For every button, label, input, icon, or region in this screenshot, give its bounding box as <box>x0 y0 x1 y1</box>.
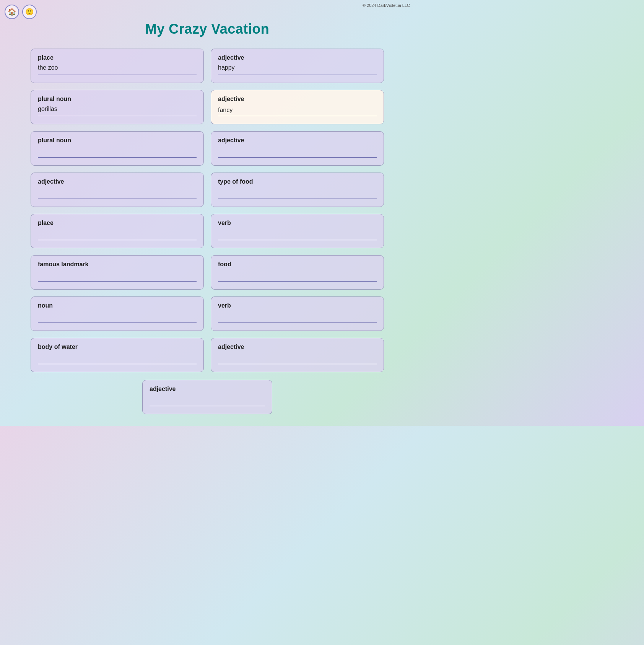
card-value: gorillas <box>38 106 197 116</box>
card-value <box>150 396 265 406</box>
page-title: My Crazy Vacation <box>0 0 415 45</box>
cards-grid: place the zoo adjective happy plural nou… <box>0 45 415 380</box>
card-label: adjective <box>218 344 377 350</box>
card-label: famous landmark <box>38 261 197 268</box>
card-label: adjective <box>218 54 377 61</box>
card-body-of-water: body of water <box>31 338 204 372</box>
card-label: adjective <box>218 137 377 144</box>
card-label: adjective <box>218 96 377 103</box>
card-value <box>218 353 377 364</box>
card-label: food <box>218 261 377 268</box>
card-label: place <box>38 220 197 226</box>
card-verb-2: verb <box>211 296 384 331</box>
card-label: adjective <box>38 178 197 185</box>
card-type-of-food: type of food <box>211 173 384 207</box>
card-value: happy <box>218 64 377 75</box>
card-value <box>218 188 377 199</box>
card-label: place <box>38 54 197 61</box>
card-label: verb <box>218 220 377 226</box>
card-label: noun <box>38 302 197 309</box>
card-label: body of water <box>38 344 197 350</box>
smiley-button[interactable]: 🙂 <box>22 5 37 19</box>
card-adjective-3: adjective <box>211 131 384 166</box>
card-adjective-4: adjective <box>31 173 204 207</box>
bottom-center-card-container: adjective <box>0 380 415 426</box>
card-value <box>38 188 197 199</box>
card-value <box>38 271 197 282</box>
card-value <box>38 230 197 240</box>
copyright: © 2024 DarkViolet.ai LLC <box>363 3 410 8</box>
card-value <box>38 353 197 364</box>
card-food-1: food <box>211 255 384 290</box>
card-value <box>218 147 377 158</box>
card-value <box>218 230 377 240</box>
card-plural-noun-2: plural noun <box>31 131 204 166</box>
card-place-2: place <box>31 214 204 248</box>
card-verb-1: verb <box>211 214 384 248</box>
card-label: plural noun <box>38 96 197 103</box>
card-place-1: place the zoo <box>31 49 204 83</box>
card-label: plural noun <box>38 137 197 144</box>
card-value <box>38 147 197 158</box>
card-value: the zoo <box>38 64 197 75</box>
card-value <box>218 312 377 323</box>
home-button[interactable]: 🏠 <box>5 5 19 19</box>
card-adjective-2: adjective <box>211 90 384 124</box>
card-label: adjective <box>150 386 265 393</box>
card-value <box>218 271 377 282</box>
card-adjective-5: adjective <box>211 338 384 372</box>
home-icon: 🏠 <box>8 8 16 16</box>
top-icons: 🏠 🙂 <box>5 5 37 19</box>
card-value <box>38 312 197 323</box>
smiley-icon: 🙂 <box>25 8 34 16</box>
card-adjective-bottom: adjective <box>142 380 272 414</box>
card-label: type of food <box>218 178 377 185</box>
card-label: verb <box>218 302 377 309</box>
card-adjective-1: adjective happy <box>211 49 384 83</box>
card-famous-landmark: famous landmark <box>31 255 204 290</box>
card-plural-noun-1: plural noun gorillas <box>31 90 204 124</box>
card-input-adjective-2[interactable] <box>218 106 377 116</box>
card-noun: noun <box>31 296 204 331</box>
